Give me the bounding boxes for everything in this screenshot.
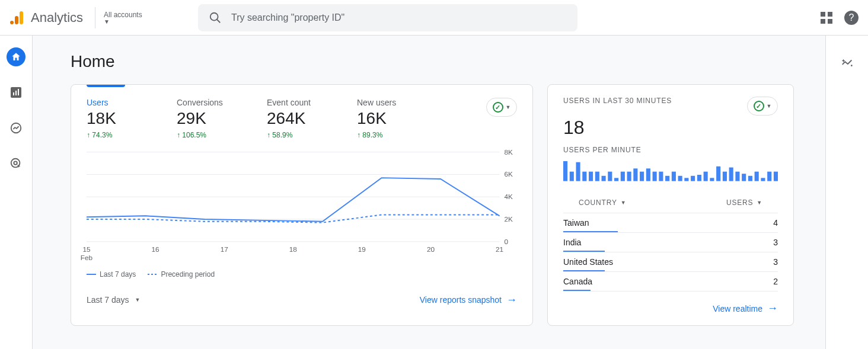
logo[interactable]: Analytics bbox=[9, 10, 95, 25]
svg-rect-35 bbox=[602, 176, 606, 181]
svg-rect-48 bbox=[684, 178, 688, 181]
metric-new-users[interactable]: New users16K↑ 89.3% bbox=[357, 98, 416, 139]
metrics-row: Users18K↑ 74.3%Conversions29K↑ 106.5%Eve… bbox=[71, 87, 532, 148]
svg-rect-43 bbox=[653, 172, 657, 181]
svg-text:8K: 8K bbox=[504, 148, 513, 155]
metric-label: Conversions bbox=[177, 98, 236, 107]
svg-text:15: 15 bbox=[82, 245, 91, 253]
svg-rect-45 bbox=[665, 176, 669, 181]
date-range-selector[interactable]: Last 7 days ▼ bbox=[87, 295, 141, 305]
card-footer: Last 7 days ▼ View reports snapshot → bbox=[71, 287, 532, 317]
legend-prev: Preceding period bbox=[148, 270, 215, 278]
arrow-right-icon: → bbox=[506, 294, 517, 306]
chevron-down-icon: ▼ bbox=[767, 103, 772, 109]
nav-explore[interactable] bbox=[7, 119, 25, 137]
svg-rect-56 bbox=[735, 172, 739, 181]
svg-rect-60 bbox=[761, 178, 765, 181]
country-name: Taiwan bbox=[563, 218, 589, 228]
svg-text:17: 17 bbox=[221, 245, 228, 253]
metric-change: ↑ 74.3% bbox=[87, 131, 146, 139]
svg-text:21: 21 bbox=[496, 245, 503, 253]
chevron-down-icon: ▼ bbox=[757, 200, 762, 206]
analytics-logo-icon bbox=[9, 10, 25, 25]
view-reports-link[interactable]: View reports snapshot → bbox=[420, 294, 517, 306]
svg-rect-30 bbox=[570, 172, 574, 181]
svg-rect-51 bbox=[704, 172, 708, 181]
help-icon[interactable]: ? bbox=[844, 11, 859, 25]
nav-advertising[interactable] bbox=[7, 154, 25, 173]
search-input[interactable]: Try searching "property ID" bbox=[198, 4, 577, 31]
svg-rect-41 bbox=[640, 172, 644, 181]
svg-point-10 bbox=[14, 161, 17, 165]
svg-text:19: 19 bbox=[358, 245, 366, 253]
svg-rect-7 bbox=[18, 89, 19, 95]
svg-rect-44 bbox=[659, 172, 663, 181]
check-icon: ✓ bbox=[493, 102, 503, 113]
search-placeholder: Try searching "property ID" bbox=[231, 12, 344, 23]
country-row[interactable]: Taiwan4 bbox=[563, 213, 778, 233]
chevron-down-icon: ▼ bbox=[135, 297, 141, 303]
svg-rect-5 bbox=[13, 92, 14, 95]
realtime-title: USERS IN LAST 30 MINUTES bbox=[563, 97, 672, 105]
svg-text:6K: 6K bbox=[504, 170, 513, 178]
country-row[interactable]: United States3 bbox=[563, 252, 778, 272]
country-bar bbox=[563, 251, 605, 252]
sidebar bbox=[0, 36, 33, 349]
chevron-down-icon: ▼ bbox=[506, 104, 511, 110]
metric-conversions[interactable]: Conversions29K↑ 106.5% bbox=[177, 98, 236, 139]
svg-rect-52 bbox=[710, 178, 714, 181]
chevron-down-icon: ▼ bbox=[104, 19, 110, 25]
bar-chart-icon bbox=[11, 87, 21, 98]
country-users: 3 bbox=[773, 257, 778, 267]
arrow-right-icon: → bbox=[767, 302, 778, 315]
chart-legend: Last 7 days Preceding period bbox=[71, 268, 532, 287]
view-reports-label: View reports snapshot bbox=[420, 295, 502, 305]
status-pill[interactable]: ✓ ▼ bbox=[747, 97, 778, 116]
header-actions: ? bbox=[821, 11, 859, 25]
svg-rect-62 bbox=[774, 172, 778, 181]
search-icon bbox=[209, 11, 222, 24]
country-table-header: COUNTRY▼ USERS▼ bbox=[563, 195, 778, 213]
nav-home[interactable] bbox=[7, 47, 25, 66]
svg-rect-40 bbox=[633, 168, 637, 181]
users-header-label: USERS bbox=[726, 198, 753, 207]
svg-rect-46 bbox=[672, 172, 676, 181]
account-selector[interactable]: All accounts ▼ bbox=[95, 7, 184, 28]
users-sort[interactable]: USERS▼ bbox=[726, 198, 762, 207]
country-users: 4 bbox=[773, 218, 778, 228]
country-bar bbox=[563, 290, 591, 291]
check-icon: ✓ bbox=[754, 101, 764, 111]
svg-rect-29 bbox=[563, 161, 567, 181]
metric-value: 18K bbox=[87, 108, 146, 129]
metric-users[interactable]: Users18K↑ 74.3% bbox=[87, 98, 146, 139]
metric-event-count[interactable]: Event count264K↑ 58.9% bbox=[267, 98, 326, 139]
nav-reports[interactable] bbox=[7, 83, 25, 102]
svg-rect-47 bbox=[678, 176, 682, 181]
content: Home Users18K↑ 74.3%Conversions29K↑ 106.… bbox=[33, 36, 868, 349]
home-icon bbox=[11, 52, 21, 62]
svg-rect-37 bbox=[614, 178, 618, 181]
main: Home Users18K↑ 74.3%Conversions29K↑ 106.… bbox=[0, 36, 868, 349]
svg-point-2 bbox=[10, 21, 14, 24]
country-users: 2 bbox=[773, 277, 778, 286]
svg-rect-39 bbox=[627, 172, 631, 181]
metric-value: 264K bbox=[267, 108, 326, 129]
insights-icon bbox=[841, 57, 854, 70]
svg-rect-33 bbox=[589, 172, 593, 181]
metric-value: 16K bbox=[357, 108, 416, 129]
view-realtime-link[interactable]: View realtime → bbox=[713, 302, 778, 315]
legend-current: Last 7 days bbox=[87, 270, 136, 278]
metric-change: ↑ 89.3% bbox=[357, 131, 416, 139]
range-label: Last 7 days bbox=[87, 295, 129, 305]
country-row[interactable]: India3 bbox=[563, 233, 778, 252]
country-name: India bbox=[563, 238, 581, 247]
apps-icon[interactable] bbox=[821, 12, 832, 24]
country-sort[interactable]: COUNTRY▼ bbox=[579, 198, 626, 207]
country-row[interactable]: Canada2 bbox=[563, 272, 778, 292]
country-name: Canada bbox=[563, 277, 592, 286]
chevron-down-icon: ▼ bbox=[621, 200, 627, 206]
insights-panel-toggle[interactable] bbox=[825, 36, 868, 349]
legend-current-label: Last 7 days bbox=[100, 270, 136, 278]
status-pill[interactable]: ✓ ▼ bbox=[486, 98, 517, 117]
svg-rect-6 bbox=[15, 91, 17, 95]
